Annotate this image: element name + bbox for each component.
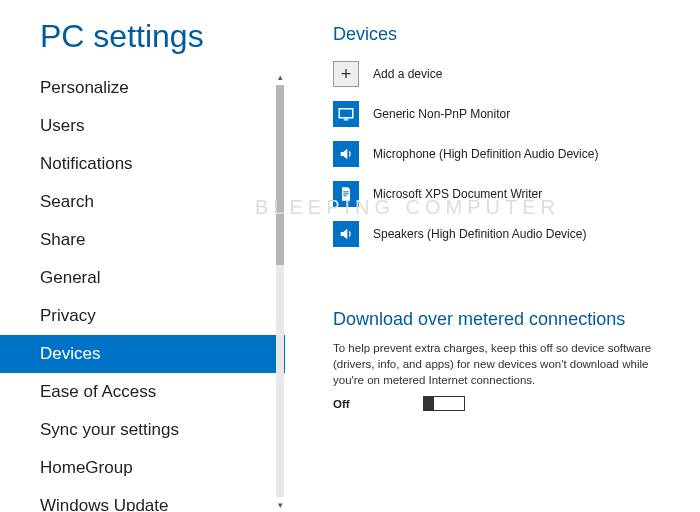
speaker-icon <box>333 221 359 247</box>
metered-section: Download over metered connections To hel… <box>333 309 670 411</box>
device-label: Speakers (High Definition Audio Device) <box>373 227 586 241</box>
svg-rect-5 <box>343 195 346 196</box>
sidebar-item-homegroup[interactable]: HomeGroup <box>0 449 285 487</box>
sidebar-item-share[interactable]: Share <box>0 221 285 259</box>
sidebar-scrollbar[interactable]: ▴ ▾ <box>275 70 285 512</box>
content-panel: Devices + Add a device Generic Non-PnP M… <box>285 0 700 512</box>
sidebar-item-users[interactable]: Users <box>0 107 285 145</box>
sidebar-item-windows-update[interactable]: Windows Update <box>0 487 285 511</box>
scrollbar-thumb[interactable] <box>276 85 284 265</box>
device-item[interactable]: Speakers (High Definition Audio Device) <box>333 221 670 247</box>
metered-toggle[interactable] <box>423 396 465 411</box>
device-label: Generic Non-PnP Monitor <box>373 107 510 121</box>
device-label: Add a device <box>373 67 442 81</box>
toggle-state-label: Off <box>333 398 423 410</box>
document-icon <box>333 181 359 207</box>
sidebar-item-personalize[interactable]: Personalize <box>0 69 285 107</box>
device-item[interactable]: Generic Non-PnP Monitor <box>333 101 670 127</box>
sidebar: PC settings Personalize Users Notificati… <box>0 0 285 512</box>
add-device-button[interactable]: + Add a device <box>333 61 670 87</box>
metered-help-text: To help prevent extra charges, keep this… <box>333 340 670 388</box>
sidebar-item-notifications[interactable]: Notifications <box>0 145 285 183</box>
metered-heading: Download over metered connections <box>333 309 670 330</box>
sidebar-item-sync[interactable]: Sync your settings <box>0 411 285 449</box>
sidebar-item-devices[interactable]: Devices <box>0 335 285 373</box>
device-label: Microphone (High Definition Audio Device… <box>373 147 598 161</box>
device-label: Microsoft XPS Document Writer <box>373 187 542 201</box>
scroll-down-icon[interactable]: ▾ <box>275 500 285 510</box>
sidebar-list: Personalize Users Notifications Search S… <box>0 69 285 511</box>
toggle-knob <box>424 397 434 410</box>
speaker-icon <box>333 141 359 167</box>
svg-rect-4 <box>343 193 348 194</box>
devices-heading: Devices <box>333 24 670 45</box>
sidebar-item-general[interactable]: General <box>0 259 285 297</box>
scroll-up-icon[interactable]: ▴ <box>275 72 285 82</box>
sidebar-item-ease-of-access[interactable]: Ease of Access <box>0 373 285 411</box>
device-item[interactable]: Microsoft XPS Document Writer <box>333 181 670 207</box>
svg-rect-1 <box>344 119 349 120</box>
device-list: + Add a device Generic Non-PnP Monitor M… <box>333 61 670 247</box>
sidebar-title: PC settings <box>0 0 285 69</box>
svg-rect-2 <box>345 118 347 120</box>
plus-icon: + <box>333 61 359 87</box>
sidebar-item-privacy[interactable]: Privacy <box>0 297 285 335</box>
svg-rect-3 <box>343 191 348 192</box>
sidebar-item-search[interactable]: Search <box>0 183 285 221</box>
svg-rect-0 <box>339 109 353 118</box>
monitor-icon <box>333 101 359 127</box>
metered-toggle-row: Off <box>333 396 670 411</box>
device-item[interactable]: Microphone (High Definition Audio Device… <box>333 141 670 167</box>
